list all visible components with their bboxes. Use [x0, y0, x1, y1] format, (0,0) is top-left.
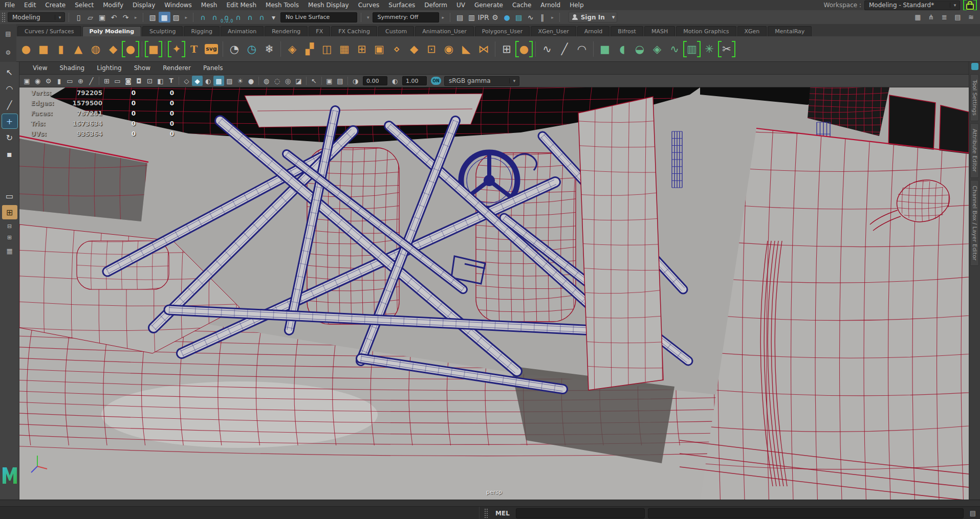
poly-plane-icon[interactable]: ◆	[104, 40, 122, 58]
command-language-label[interactable]: MEL	[492, 510, 513, 517]
render-view-icon[interactable]: ▤	[454, 12, 466, 22]
pause-viewport-icon[interactable]: ‖	[536, 12, 548, 22]
shelf-tab[interactable]: MentalRay	[768, 26, 812, 36]
menu-item[interactable]: Edit Mesh	[222, 2, 261, 9]
poly-sphere-icon[interactable]: ●	[17, 40, 35, 58]
undo-icon[interactable]: ↶	[108, 12, 120, 22]
render-current-frame-icon[interactable]: ▥	[466, 12, 477, 22]
panel-menu-item[interactable]: Lighting	[91, 64, 128, 72]
freeze-transform-icon[interactable]: ❄	[260, 40, 278, 58]
chevron-down-icon[interactable]: ▾	[509, 78, 519, 83]
attribute-editor-icon[interactable]: ▤	[952, 12, 964, 22]
menu-item[interactable]: Display	[128, 2, 160, 9]
status-line-grip[interactable]	[2, 12, 5, 22]
interactive-cube-icon[interactable]: ■	[145, 40, 162, 58]
command-line-grip[interactable]	[484, 508, 488, 518]
menu-item[interactable]: Arnold	[536, 2, 565, 9]
field-chart-icon[interactable]: ⊡	[144, 76, 155, 86]
viewport-canvas[interactable]: Verts:79220500 Edges:157950000 Faces:787…	[19, 87, 969, 500]
shelf-gear-icon[interactable]: ⚙	[3, 47, 14, 58]
xray-icon[interactable]: ▣	[324, 76, 335, 86]
sign-in-button[interactable]: Sign In ▾	[569, 12, 618, 22]
open-scene-icon[interactable]: ▱	[84, 12, 96, 22]
bookmark-icon[interactable]: ▮	[54, 76, 64, 86]
shelf-menu-icon[interactable]: ▤	[3, 28, 14, 39]
shelf-tab[interactable]: Custom	[378, 26, 414, 36]
cut-tool-icon[interactable]: ✂	[718, 40, 735, 58]
shelf-tab[interactable]: FX Caching	[331, 26, 377, 36]
shaded-display-icon[interactable]: ◆	[192, 76, 203, 86]
ipr-render-icon[interactable]: IPR	[477, 12, 489, 22]
hypershade-icon[interactable]: ●	[501, 12, 513, 22]
shelf-tab[interactable]: Arnold	[577, 26, 610, 36]
three-point-arc-icon[interactable]: ◠	[573, 40, 591, 58]
chevron-down-icon[interactable]: ▾	[950, 3, 960, 8]
expand-arrow-icon[interactable]: ▸	[440, 15, 447, 20]
camera-attributes-icon[interactable]: ◉	[32, 76, 43, 86]
shelf-tab[interactable]: XGen	[737, 26, 767, 36]
shelf-tab[interactable]: Animation_User	[415, 26, 474, 36]
workspace-select[interactable]: Modeling - Standard* ▾	[864, 1, 960, 10]
gamma-icon[interactable]: ◐	[389, 76, 400, 86]
menu-item[interactable]: Windows	[160, 2, 197, 9]
channel-box-icon[interactable]: ≣	[939, 12, 950, 22]
layer-editor-icon[interactable]: ≋	[965, 12, 977, 22]
command-input[interactable]	[516, 508, 645, 518]
panel-menu-item[interactable]: Renderer	[157, 64, 197, 72]
wrap-deformer-icon[interactable]: ●	[515, 40, 533, 58]
border-edge-icon[interactable]: ⊡	[423, 40, 440, 58]
shelf-tab[interactable]: Polygons_User	[475, 26, 530, 36]
modeling-toolkit-icon[interactable]: ▦	[912, 12, 924, 22]
poly-cube-icon[interactable]: ■	[35, 40, 52, 58]
shelf-tab[interactable]: Sculpting	[142, 26, 183, 36]
select-component-icon[interactable]: ▨	[170, 12, 182, 22]
gamma-field[interactable]: 1.00	[402, 76, 427, 85]
workspace-lock-highlight[interactable]	[963, 0, 977, 11]
shadows-icon[interactable]: ●	[246, 76, 256, 86]
retopologize-icon[interactable]: ∿	[666, 40, 683, 58]
motion-blur-icon[interactable]: ◌	[272, 76, 282, 86]
flatten-icon[interactable]: ⋄	[388, 40, 405, 58]
grid-fill-icon[interactable]: ⊞	[353, 40, 371, 58]
shelf-tab[interactable]: Poly Modeling	[82, 26, 141, 36]
wireframe-display-icon[interactable]: ◇	[181, 76, 192, 86]
safe-action-icon[interactable]: ◧	[155, 76, 166, 86]
snap-grid-icon[interactable]: ∩	[197, 12, 209, 22]
wireframe-on-shaded-icon[interactable]: ◐	[203, 76, 213, 86]
snap-options-chevron-icon[interactable]: ▾	[268, 12, 279, 22]
uv-editor-icon[interactable]: ▥	[683, 40, 701, 58]
render-settings-icon[interactable]: ⚙	[489, 12, 501, 22]
xray-joints-icon[interactable]: ▤	[335, 76, 345, 86]
menu-item[interactable]: Mesh Tools	[261, 2, 303, 9]
make-live-icon[interactable]: ∩	[256, 12, 268, 22]
boolean-intersection-icon[interactable]: ◒	[631, 40, 648, 58]
lasso-tool-icon[interactable]: ◠	[2, 81, 17, 96]
shelf-tab[interactable]: MASH	[644, 26, 675, 36]
grease-pencil-icon[interactable]: ╱	[86, 76, 97, 86]
layout-four-pane-icon[interactable]: ⊞	[2, 205, 17, 219]
new-scene-icon[interactable]: ▯	[73, 12, 84, 22]
bevel-icon[interactable]: ◣	[458, 40, 475, 58]
keyframe-clock-icon[interactable]: ◷	[243, 40, 260, 58]
panel-menu-item[interactable]: Panels	[197, 64, 229, 72]
shelf-tab[interactable]: Curves / Surfaces	[17, 26, 81, 36]
depth-peeling-icon[interactable]: ◪	[293, 76, 304, 86]
mirror-icon[interactable]: ◫	[318, 40, 336, 58]
isolate-select-icon[interactable]: ↖	[309, 76, 319, 86]
remesh-icon[interactable]: ◈	[648, 40, 666, 58]
chevron-down-icon[interactable]: ▾	[612, 14, 615, 20]
snap-view-plane-icon[interactable]: ∩	[244, 12, 256, 22]
layout-single-pane-icon[interactable]: ▭	[2, 189, 17, 203]
svg-tool-icon[interactable]: svg	[205, 44, 218, 54]
live-surface-field[interactable]: No Live Surface	[280, 12, 357, 22]
menu-item[interactable]: Help	[565, 2, 588, 9]
menu-item[interactable]: Mesh	[197, 2, 222, 9]
chevron-down-icon[interactable]: ▾	[365, 15, 372, 20]
render-setup-icon[interactable]: ▤	[513, 12, 525, 22]
use-default-material-icon[interactable]: ▨	[224, 76, 235, 86]
select-hierarchy-icon[interactable]: ▧	[147, 12, 159, 22]
exposure-field[interactable]: 0.00	[363, 76, 387, 85]
menu-item[interactable]: Curves	[354, 2, 384, 9]
save-scene-icon[interactable]: ▣	[96, 12, 108, 22]
layout-pane-toggle-a-icon[interactable]: ⊟	[2, 221, 17, 231]
